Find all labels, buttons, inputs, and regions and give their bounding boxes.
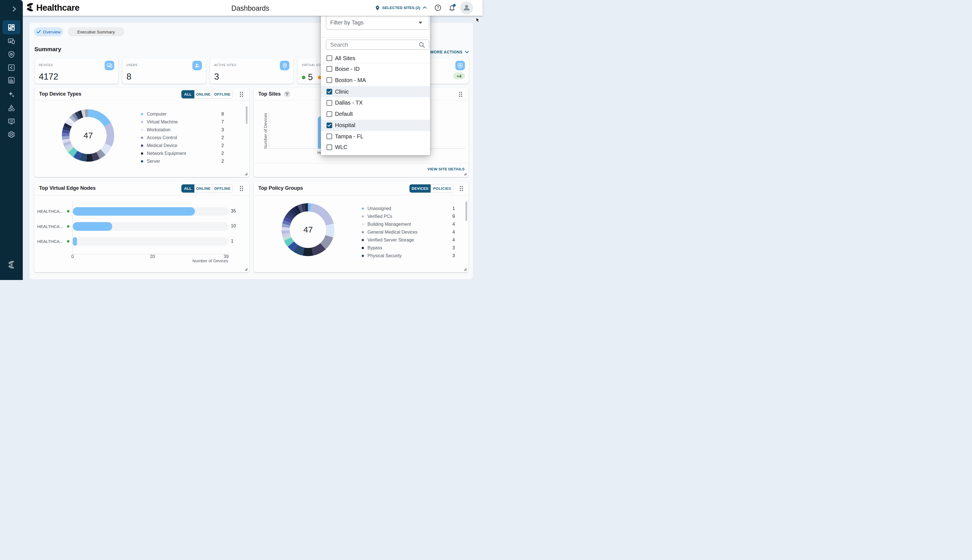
svg-text:?: ? xyxy=(437,5,439,10)
